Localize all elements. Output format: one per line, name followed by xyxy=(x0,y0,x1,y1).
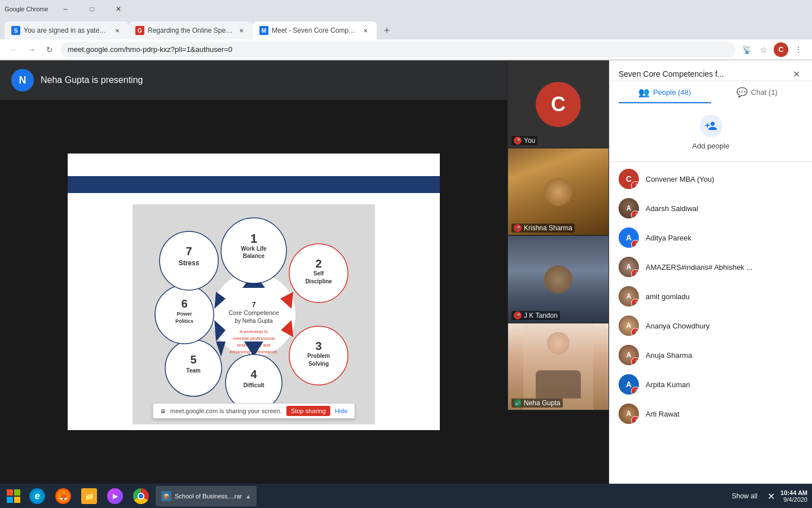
ie-taskbar-icon[interactable]: e xyxy=(26,486,48,506)
mic-badge-amit: 🎤 xyxy=(631,299,639,306)
person-item-aditya[interactable]: A 🎤 Aditya Pareek xyxy=(610,223,812,252)
person-name-adarsh: Adarsh Saldiwal xyxy=(646,204,803,213)
person-item-arti[interactable]: A 🎤 Arti Rawat xyxy=(610,399,812,428)
person-item-amazers[interactable]: A 🎤 AMAZERS#indians# Abhishek ... xyxy=(610,252,812,282)
show-all-button[interactable]: Show all xyxy=(727,490,762,502)
forward-button[interactable]: → xyxy=(25,43,38,56)
tab-people[interactable]: 👥 People (48) xyxy=(619,81,711,103)
mic-off-icon-krishna: 🎤 xyxy=(514,224,522,232)
chrome-icon xyxy=(133,488,149,504)
reload-button[interactable]: ↻ xyxy=(43,43,56,56)
mic-off-icon-you: 🎤 xyxy=(514,137,522,144)
presenter-bar: N Neha Gupta is presenting xyxy=(0,60,508,100)
mic-badge-anuja: 🎤 xyxy=(631,357,639,365)
people-list[interactable]: C 🎤 Convener MBA (You) A 🎤 Adarsh Saldiw… xyxy=(610,162,812,484)
right-panel: Seven Core Competencies f... ✕ 👥 People … xyxy=(609,60,812,484)
person-item-amit[interactable]: A 🎤 amit gomladu xyxy=(610,282,812,311)
mic-badge-ananya: 🎤 xyxy=(631,328,639,336)
tab-chat[interactable]: 💬 Chat (1) xyxy=(711,81,804,103)
tab-close-regarding[interactable]: ✕ xyxy=(237,26,246,35)
hide-button[interactable]: Hide xyxy=(335,408,348,414)
profile-avatar[interactable]: C xyxy=(774,42,788,57)
add-people-section: Add people xyxy=(610,103,812,162)
avatar-convener: C 🎤 xyxy=(619,169,639,189)
tab-favicon-meet: M xyxy=(259,26,268,35)
presenter-avatar: N xyxy=(11,69,34,91)
close-button[interactable]: ✕ xyxy=(106,1,131,17)
url-bar[interactable]: meet.google.com/hmo-pdrp-kxz?pli=1&authu… xyxy=(61,42,735,58)
mediaplayer-icon: ▶ xyxy=(107,488,123,504)
svg-text:5: 5 xyxy=(190,353,196,366)
bookmark-icon[interactable]: ☆ xyxy=(757,43,770,56)
maximize-button[interactable]: □ xyxy=(80,1,105,17)
you-video-placeholder: C xyxy=(508,61,608,147)
start-button[interactable] xyxy=(5,487,23,505)
svg-text:Core Competence: Core Competence xyxy=(228,309,279,316)
tab-meet[interactable]: M Meet - Seven Core Compete... ✕ xyxy=(253,21,377,40)
person-name-anuja: Anuja Sharma xyxy=(646,351,803,360)
menu-icon[interactable]: ⋮ xyxy=(792,43,805,56)
slide-body: 7 Core Competence by Neha Gupta A worksh… xyxy=(68,193,440,430)
tab-regarding[interactable]: G Regarding the Online Special Ba... ✕ xyxy=(129,21,253,40)
person-name-arti: Arti Rawat xyxy=(646,410,803,418)
mic-badge-adarsh: 🎤 xyxy=(631,211,639,218)
diagram-svg: 7 Core Competence by Neha Gupta A worksh… xyxy=(133,204,375,424)
tab-close-gmail[interactable]: ✕ xyxy=(113,26,122,35)
you-avatar: C xyxy=(536,82,581,127)
video-tile-neha: 🔊 Neha Gupta xyxy=(508,323,609,410)
mic-badge-arti: 🎤 xyxy=(631,416,639,424)
add-people-icon[interactable] xyxy=(700,115,722,137)
tab-bar: S You are signed in as yatendra_ve... ✕ … xyxy=(0,18,812,40)
avatar-amazers: A 🎤 xyxy=(619,257,639,277)
neha-label: 🔊 Neha Gupta xyxy=(511,398,563,408)
tab-title-meet: Meet - Seven Core Compete... xyxy=(272,27,358,34)
person-item-convener[interactable]: C 🎤 Convener MBA (You) xyxy=(610,164,812,194)
mic-badge-amazers: 🎤 xyxy=(631,269,639,277)
avatar-arpita: A 🎤 xyxy=(619,374,639,395)
person-name-amit: amit gomladu xyxy=(646,292,803,301)
screen-icon: 🖥 xyxy=(160,408,166,414)
krishna-video xyxy=(508,148,608,235)
add-person-svg xyxy=(705,120,717,132)
mediaplayer-taskbar-icon[interactable]: ▶ xyxy=(104,486,126,506)
mic-badge-aditya: 🎤 xyxy=(631,240,639,248)
tab-title-regarding: Regarding the Online Special Ba... xyxy=(148,27,233,34)
panel-close-button[interactable]: ✕ xyxy=(789,67,803,81)
address-bar: ← → ↻ meet.google.com/hmo-pdrp-kxz?pli=1… xyxy=(0,40,812,60)
svg-text:override professional: override professional xyxy=(233,336,275,341)
chat-tab-icon: 💬 xyxy=(736,87,748,98)
person-name-convener: Convener MBA (You) xyxy=(646,175,803,183)
svg-text:Solving: Solving xyxy=(308,361,329,367)
stop-sharing-button[interactable]: Stop sharing xyxy=(286,406,330,416)
filemanager-taskbar-icon[interactable]: 📁 xyxy=(78,486,100,506)
person-item-arpita[interactable]: A 🎤 Arpita Kumari xyxy=(610,370,812,399)
person-item-adarsh[interactable]: A 🎤 Adarsh Saldiwal xyxy=(610,194,812,223)
tab-close-meet[interactable]: ✕ xyxy=(361,26,370,35)
new-tab-button[interactable]: + xyxy=(379,23,395,38)
person-name-amazers: AMAZERS#indians# Abhishek ... xyxy=(646,263,803,271)
mic-badge-arpita: 🎤 xyxy=(631,387,639,395)
taskbar-chevron: ▲ xyxy=(245,493,251,500)
taskbar-close-button[interactable]: ✕ xyxy=(765,489,777,504)
chat-tab-label: Chat (1) xyxy=(751,88,778,97)
speaking-icon-neha: 🔊 xyxy=(514,399,522,407)
mic-off-icon-jk: 🎤 xyxy=(514,312,522,319)
taskbar-file-item[interactable]: 📦 School of Business....rar ▲ xyxy=(156,486,257,506)
back-button[interactable]: ← xyxy=(7,43,20,56)
jk-label: 🎤 J K Tandon xyxy=(511,311,560,320)
krishna-name: Krishna Sharma xyxy=(524,224,572,232)
avatar-amit: A 🎤 xyxy=(619,286,639,306)
person-item-ananya[interactable]: A 🎤 Ananya Chowdhury xyxy=(610,311,812,340)
jk-video xyxy=(508,236,608,322)
person-name-aditya: Aditya Pareek xyxy=(646,234,803,242)
firefox-taskbar-icon[interactable]: 🦊 xyxy=(52,486,74,506)
svg-rect-36 xyxy=(7,497,13,503)
browser-actions: 📡 ☆ C ⋮ xyxy=(740,42,805,57)
svg-text:Self: Self xyxy=(314,270,324,277)
jk-name: J K Tandon xyxy=(524,312,558,319)
minimize-button[interactable]: – xyxy=(53,1,78,17)
cast-icon[interactable]: 📡 xyxy=(740,43,753,56)
chrome-taskbar-icon[interactable] xyxy=(130,486,152,506)
person-item-anuja[interactable]: A 🎤 Anuja Sharma xyxy=(610,340,812,370)
tab-gmail[interactable]: S You are signed in as yatendra_ve... ✕ xyxy=(5,21,129,40)
